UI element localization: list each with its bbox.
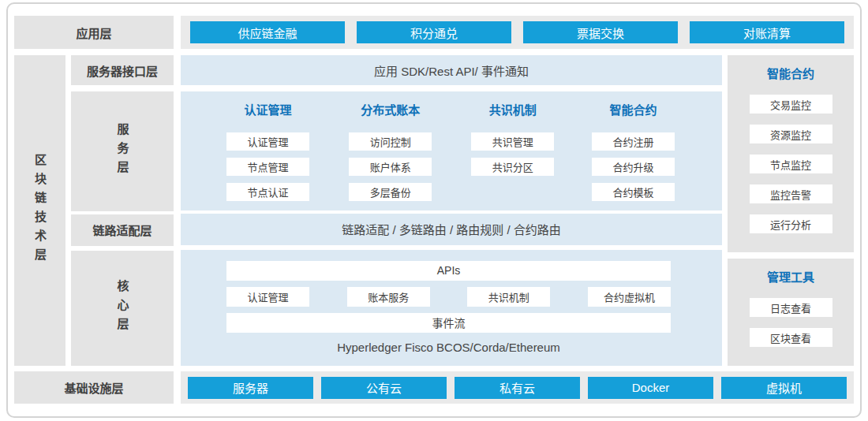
apis-bar: APIs <box>226 261 671 281</box>
service-column-header: 共识机制 <box>489 102 537 119</box>
core-layer-panel: APIs 认证管理 账本服务 共识机制 合约虚拟机 事件流 Hyperledge… <box>181 250 722 366</box>
service-column-header: 认证管理 <box>244 102 291 119</box>
service-chip: 共识管理 <box>471 132 554 151</box>
interface-layer-label: 服务器接口层 <box>71 55 174 85</box>
service-column-ledger: 分布式账本 访问控制 账户体系 多层备份 <box>347 102 434 210</box>
infra-button-public-cloud[interactable]: 公有云 <box>321 377 447 399</box>
sidebar-chip: 节点监控 <box>750 155 832 173</box>
service-chip: 节点认证 <box>226 183 309 201</box>
infrastructure-buttons-strip: 服务器 公有云 私有云 Docker 虚拟机 <box>181 371 854 404</box>
core-module: 账本服务 <box>347 287 430 307</box>
service-chip: 共识分区 <box>471 158 554 176</box>
app-button-points-exchange[interactable]: 积分通兑 <box>357 21 511 43</box>
service-chip: 节点管理 <box>226 158 309 176</box>
service-chip: 多层备份 <box>349 183 432 201</box>
main-content-column: 应用 SDK/Rest API/ 事件通知 认证管理 认证管理 节点管理 节点认… <box>181 55 722 366</box>
link-adapter-layer-label: 链路适配层 <box>71 214 174 246</box>
application-layer-row: 应用层 供应链金融 积分通兑 票据交换 对账清算 <box>14 16 854 49</box>
service-column-header: 智能合约 <box>609 102 657 119</box>
service-chip: 合约模板 <box>592 183 675 201</box>
service-layer-panel: 认证管理 认证管理 节点管理 节点认证 分布式账本 访问控制 账户体系 多层备份… <box>181 91 722 210</box>
platforms-text: Hyperledger Fisco BCOS/Corda/Ethereum <box>226 341 671 354</box>
link-adapter-content: 链路适配 / 多链路由 / 路由规则 / 合约路由 <box>181 214 722 245</box>
monitor-box-header: 智能合约 <box>767 65 814 84</box>
service-layer-text: 服务层 <box>114 123 131 180</box>
sidebar-chip: 监控告警 <box>750 184 832 203</box>
architecture-diagram: 应用层 供应链金融 积分通兑 票据交换 对账清算 区块链技术层 服务器接口层 服… <box>0 0 868 421</box>
core-modules-row: 认证管理 账本服务 共识机制 合约虚拟机 <box>226 287 671 307</box>
core-module: 认证管理 <box>226 287 309 307</box>
service-chip: 账户体系 <box>349 158 432 176</box>
service-column-smart-contract: 智能合约 合约注册 合约升级 合约模板 <box>592 102 675 210</box>
service-layer-label: 服务层 <box>71 91 174 211</box>
blockchain-tech-layer-text: 区块链技术层 <box>32 154 48 267</box>
application-layer-label: 应用层 <box>14 16 174 49</box>
core-layer-label: 核心层 <box>71 251 174 366</box>
diagram-content: 应用层 供应链金融 积分通兑 票据交换 对账清算 区块链技术层 服务器接口层 服… <box>14 16 854 404</box>
sublayer-labels-column: 服务器接口层 服务层 链路适配层 核心层 <box>71 55 174 366</box>
sidebar-chip: 资源监控 <box>750 125 832 143</box>
infrastructure-layer-label: 基础设施层 <box>14 371 174 404</box>
monitor-box: 智能合约 交易监控 资源监控 节点监控 监控告警 运行分析 <box>728 55 854 252</box>
core-module: 共识机制 <box>467 287 550 307</box>
infrastructure-layer-row: 基础设施层 服务器 公有云 私有云 Docker 虚拟机 <box>14 371 854 404</box>
service-column-header: 分布式账本 <box>361 102 420 119</box>
service-column-consensus: 共识机制 共识管理 共识分区 <box>471 102 554 210</box>
management-tools-box: 管理工具 日志查看 区块查看 <box>728 259 854 366</box>
application-buttons-strip: 供应链金融 积分通兑 票据交换 对账清算 <box>181 16 854 49</box>
sidebar-chip: 运行分析 <box>750 214 832 233</box>
core-layer-text: 核心层 <box>114 280 131 337</box>
blockchain-tech-layer-label: 区块链技术层 <box>14 55 65 366</box>
infra-button-server[interactable]: 服务器 <box>188 377 313 399</box>
service-chip: 合约升级 <box>592 158 675 176</box>
service-chip: 访问控制 <box>349 132 432 151</box>
management-tools-header: 管理工具 <box>767 268 814 287</box>
sidebar-chip: 交易监控 <box>750 95 832 114</box>
app-button-supply-chain-finance[interactable]: 供应链金融 <box>190 21 345 43</box>
sidebar-chip: 日志查看 <box>750 298 832 317</box>
blockchain-tech-layer-row: 区块链技术层 服务器接口层 服务层 链路适配层 核心层 应用 SD <box>14 55 854 366</box>
service-chip: 认证管理 <box>226 132 309 151</box>
infra-button-vm[interactable]: 虚拟机 <box>721 377 847 399</box>
core-module: 合约虚拟机 <box>588 287 671 307</box>
infra-button-docker[interactable]: Docker <box>588 377 713 399</box>
service-chip: 合约注册 <box>592 132 675 151</box>
app-button-bill-exchange[interactable]: 票据交换 <box>523 21 678 43</box>
infra-button-private-cloud[interactable]: 私有云 <box>455 377 580 399</box>
event-stream-bar: 事件流 <box>226 313 671 333</box>
service-column-auth: 认证管理 认证管理 节点管理 节点认证 <box>226 102 309 210</box>
sidebar-chip: 区块查看 <box>750 328 832 347</box>
interface-layer-content: 应用 SDK/Rest API/ 事件通知 <box>181 55 722 85</box>
right-sidebar: 智能合约 交易监控 资源监控 节点监控 监控告警 运行分析 管理工具 日志查看 … <box>728 55 854 366</box>
app-button-reconciliation[interactable]: 对账清算 <box>690 21 844 43</box>
